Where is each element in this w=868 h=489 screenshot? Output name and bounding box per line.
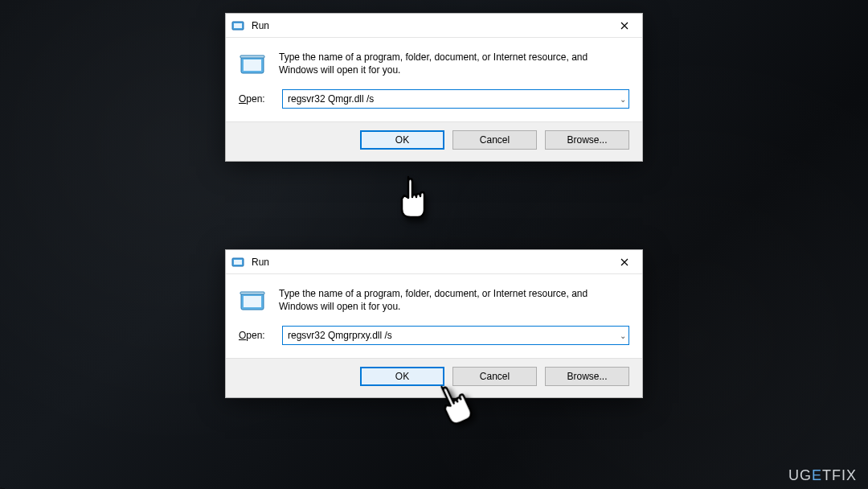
svg-rect-9 [240, 292, 264, 294]
button-row: OK Cancel Browse... [226, 121, 642, 161]
watermark: UGETFIX [788, 467, 857, 484]
button-row: OK Cancel Browse... [226, 358, 642, 397]
window-title: Run [250, 20, 606, 31]
browse-button[interactable]: Browse... [545, 367, 629, 386]
run-dialog-1: Run Type the name of a program, folder, … [225, 13, 643, 162]
browse-button[interactable]: Browse... [545, 130, 629, 150]
open-row: Open: ⌄ [226, 326, 642, 358]
svg-rect-4 [240, 55, 264, 58]
dialog-body: Type the name of a program, folder, docu… [226, 38, 642, 89]
svg-rect-1 [234, 23, 242, 28]
close-icon [620, 258, 628, 266]
run-program-icon [239, 287, 268, 316]
open-combobox[interactable]: ⌄ [282, 89, 629, 109]
instruction-text: Type the name of a program, folder, docu… [279, 51, 629, 80]
ok-button[interactable]: OK [360, 130, 444, 150]
window-title: Run [250, 257, 606, 268]
svg-rect-8 [244, 296, 261, 307]
open-row: Open: ⌄ [226, 89, 642, 121]
instruction-text: Type the name of a program, folder, docu… [279, 287, 629, 316]
run-icon [226, 256, 250, 269]
open-label: Open: [239, 330, 274, 341]
cancel-button[interactable]: Cancel [452, 130, 537, 150]
dialog-body: Type the name of a program, folder, docu… [226, 274, 642, 326]
svg-rect-6 [234, 260, 242, 265]
open-combobox[interactable]: ⌄ [282, 326, 629, 345]
close-button[interactable] [606, 250, 642, 274]
close-icon [620, 22, 628, 30]
open-input[interactable] [282, 89, 629, 109]
titlebar[interactable]: Run [226, 250, 642, 274]
open-label: Open: [239, 93, 274, 105]
open-input[interactable] [282, 326, 629, 345]
run-icon [226, 19, 250, 32]
cancel-button[interactable]: Cancel [452, 367, 537, 386]
run-program-icon [239, 51, 268, 80]
ok-button[interactable]: OK [360, 367, 444, 386]
run-dialog-2: Run Type the name of a program, folder, … [225, 249, 643, 398]
stage: Run Type the name of a program, folder, … [0, 0, 868, 489]
close-button[interactable] [606, 14, 642, 38]
svg-rect-3 [244, 60, 261, 71]
titlebar[interactable]: Run [226, 14, 642, 38]
